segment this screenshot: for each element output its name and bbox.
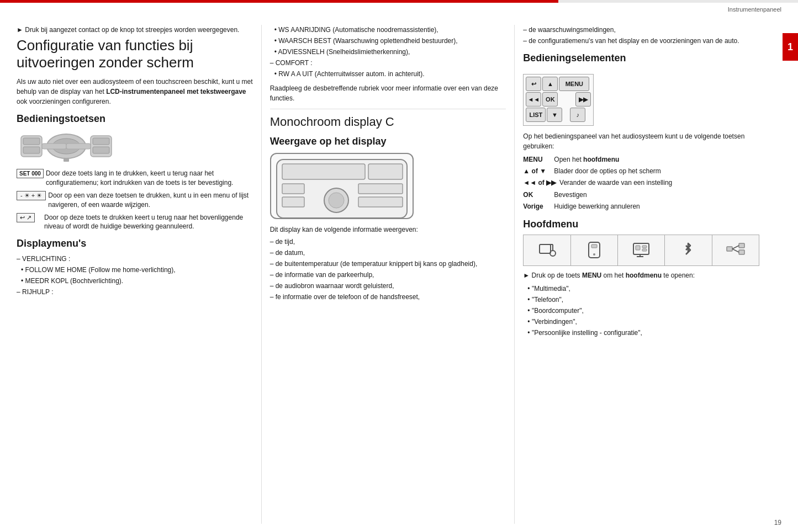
section-label-text: Instrumentenpaneel — [728, 6, 781, 13]
svg-rect-28 — [636, 246, 640, 250]
column-3: – de waarschuwingsmeldingen, – de config… — [514, 25, 781, 524]
back-box-label: ↩ ↗ — [17, 213, 35, 222]
display-intro: Dit display kan de volgende informatie w… — [270, 225, 506, 235]
hm-icon-boordcomputer — [618, 235, 665, 265]
header-section-label: Instrumentenpaneel — [728, 3, 781, 16]
kbd-key-ok: OK — [542, 92, 558, 107]
menu-key-table: MENU Open het hoofdmenu ▲ of ▼ Blader do… — [523, 155, 759, 212]
info-config: – de configuratiemenu's van het display … — [523, 36, 759, 46]
brightness-control-row: - ☀ + ☀ Door op een van deze toetsen te … — [17, 191, 253, 210]
bedieningstoetsen-heading: Bedieningstoetsen — [17, 113, 253, 125]
menu-desc-nav: Blader door de opties op het scherm — [554, 166, 759, 177]
svg-rect-25 — [591, 244, 597, 248]
bedieningselementen-heading: Bedieningselementen — [523, 52, 759, 64]
svg-rect-2 — [23, 147, 40, 153]
svg-rect-19 — [358, 197, 403, 207]
kbd-key-rw: ◄◄ — [526, 92, 541, 107]
set-box-label: SET 000 — [17, 169, 44, 178]
kbd-row-3: LIST ▼ ♪ — [526, 108, 591, 122]
menu-item-verlichting: – VERLICHTING : — [17, 254, 253, 264]
svg-rect-18 — [358, 184, 403, 194]
svg-point-17 — [329, 193, 344, 208]
keyboard-diagram: ↩ ▲ MENU ◄◄ OK ▶▶ LIST ▼ ♪ — [523, 74, 594, 126]
menu-desc-value: Verander de waarde van een instelling — [559, 178, 759, 188]
info-audio: – de audiobron waarnaar wordt geluisterd… — [270, 281, 506, 291]
list-waarsch: • WAARSCH BEST (Waarschuwing oplettendhe… — [270, 36, 506, 46]
back-icon: ↩ ↗ — [17, 213, 44, 222]
hm-icon-multimedia — [524, 235, 570, 265]
svg-rect-29 — [642, 246, 647, 248]
back-control-row: ↩ ↗ Door op deze toets te drukken keert … — [17, 213, 253, 232]
menu-key-vorige: Vorige — [523, 201, 551, 212]
info-waarschuwing: – de waarschuwingsmeldingen, — [523, 25, 759, 35]
hm-icon-bluetooth — [665, 235, 712, 265]
info-telefoon: – fe informatie over de telefoon of de h… — [270, 292, 506, 302]
hm-item-persoonlijk: • "Persoonlijke instelling - configurati… — [523, 328, 759, 338]
svg-line-36 — [732, 246, 739, 249]
menu-item-rijhulp: – RIJHULP : — [17, 287, 253, 297]
svg-rect-20 — [540, 244, 551, 253]
svg-rect-12 — [282, 164, 365, 179]
svg-rect-15 — [282, 197, 304, 207]
svg-rect-1 — [23, 138, 40, 145]
set-control-row: SET 000 Door deze toets lang in te drukk… — [17, 169, 253, 188]
kbd-key-down: ▼ — [547, 108, 562, 122]
main-title: Configuratie van functies bij uitvoering… — [17, 37, 253, 71]
raadpleeg-text: Raadpleeg de desbetreffende rubriek voor… — [270, 83, 506, 103]
list-comfort: – COMFORT : — [270, 58, 506, 68]
brightness-icon: - ☀ + ☀ — [17, 191, 48, 200]
set-description: Door deze toets lang in te drukken, keer… — [46, 169, 253, 188]
kbd-row-1: ↩ ▲ MENU — [526, 77, 591, 91]
svg-rect-10 — [64, 158, 69, 162]
svg-rect-7 — [93, 147, 109, 153]
menu-sub-followme: • FOLLOW ME HOME (Follow me home-verlich… — [17, 265, 253, 275]
list-advies: • ADVIESSNELH (Snelheidslimietherkenning… — [270, 47, 506, 57]
main-content: ► Druk bij aangezet contact op de knop t… — [0, 17, 798, 532]
hm-icon-verbindingen — [712, 235, 759, 265]
hm-item-multimedia: • "Multimedia", — [523, 284, 759, 294]
svg-rect-34 — [739, 250, 744, 254]
hoofdmenu-arrow-text: ► Druk op de toets MENU om het hoofdmenu… — [523, 270, 759, 280]
menu-entry-menu: MENU Open het hoofdmenu — [523, 155, 759, 165]
svg-rect-35 — [727, 247, 732, 251]
menu-entry-nav: ▲ of ▼ Blader door de opties op het sche… — [523, 166, 759, 177]
set-icon: SET 000 — [17, 169, 46, 178]
svg-point-21 — [550, 251, 556, 256]
menu-entry-ok: OK Bevestigen — [523, 190, 759, 200]
kbd-key-up: ▲ — [542, 77, 558, 91]
intro-arrow-text: ► Druk bij aangezet contact op de knop t… — [17, 25, 253, 35]
menu-desc-vorige: Huidige bewerking annuleren — [554, 201, 759, 212]
top-bar — [0, 0, 798, 3]
kbd-row-2: ◄◄ OK ▶▶ — [526, 92, 591, 107]
weergave-heading: Weergave op het display — [270, 136, 506, 147]
svg-rect-30 — [642, 249, 647, 251]
menu-entry-value: ◄◄ of ▶▶ Verander de waarde van een inst… — [523, 178, 759, 188]
kbd-key-list: LIST — [526, 108, 546, 122]
hoofdmenu-heading: Hoofdmenu — [523, 219, 759, 230]
svg-point-26 — [593, 253, 595, 256]
menu-entry-vorige: Vorige Huidige bewerking annuleren — [523, 201, 759, 212]
menu-sub-meedrkopl: • MEEDR KOPL (Bochtverlichting). — [17, 276, 253, 286]
info-tijd: – de tijd, — [270, 237, 506, 247]
display-diagram — [270, 153, 414, 219]
menu-desc-ok: Bevestigen — [554, 190, 759, 200]
steering-wheel-image — [17, 130, 116, 163]
svg-rect-14 — [282, 184, 304, 194]
monochrome-heading: Monochroom display C — [270, 115, 506, 129]
brightness-box-label: - ☀ + ☀ — [17, 191, 46, 200]
hm-icon-telefoon — [571, 235, 618, 265]
back-description: Door op deze toets te drukken keert u te… — [44, 213, 253, 232]
column-1: ► Druk bij aangezet contact op de knop t… — [17, 25, 261, 524]
list-rw: • RW A A UIT (Achterruitwisser autom. in… — [270, 69, 506, 79]
svg-rect-33 — [739, 243, 744, 248]
info-datum: – de datum, — [270, 248, 506, 258]
svg-rect-8 — [42, 143, 66, 149]
svg-line-37 — [732, 249, 739, 252]
menu-key-menu: MENU — [523, 155, 551, 165]
menu-desc-menu: Open het hoofdmenu — [554, 155, 759, 165]
kbd-key-ff: ▶▶ — [575, 92, 591, 107]
list-ws: • WS AANRIJDING (Automatische noodremass… — [270, 25, 506, 35]
svg-rect-6 — [93, 138, 109, 145]
hm-item-boordcomputer: • "Boordcomputer", — [523, 306, 759, 316]
hoofdmenu-icons-bar — [523, 235, 759, 266]
